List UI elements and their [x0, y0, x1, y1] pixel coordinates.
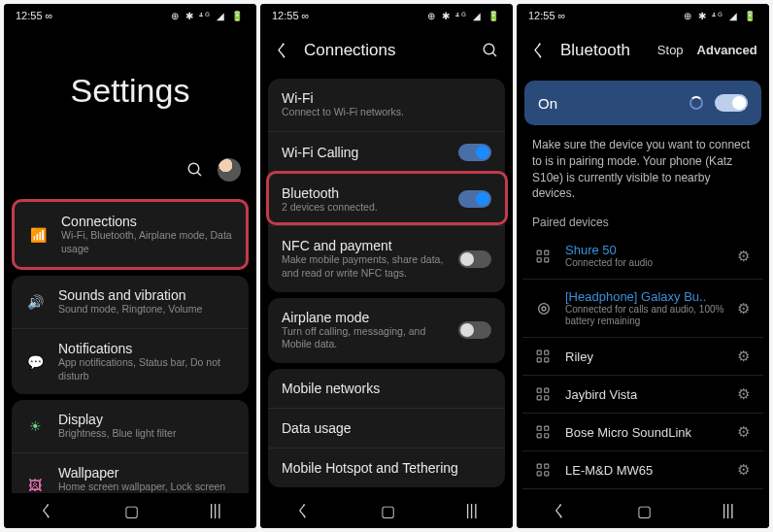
settings-card: 📶ConnectionsWi-Fi, Bluetooth, Airplane m…: [12, 199, 249, 270]
svg-rect-7: [545, 257, 549, 261]
row-title: Airplane mode: [282, 310, 445, 325]
device-row[interactable]: Jaybird Vista⚙: [522, 376, 763, 414]
settings-row-connections[interactable]: 📶ConnectionsWi-Fi, Bluetooth, Airplane m…: [15, 202, 246, 267]
settings-card: Wi-FiConnect to Wi-Fi networks.Wi-Fi Cal…: [268, 79, 505, 292]
svg-line-3: [492, 52, 496, 56]
svg-rect-4: [537, 250, 541, 254]
svg-point-0: [188, 163, 199, 174]
toggle-switch[interactable]: [458, 250, 491, 268]
device-row[interactable]: Shure 50Connected for audio⚙: [522, 233, 763, 280]
nav-home[interactable]: ▢: [124, 502, 139, 520]
toggle-switch[interactable]: [458, 144, 491, 161]
svg-rect-19: [545, 426, 549, 430]
connections-row-wi-fi-calling[interactable]: Wi-Fi Calling: [268, 131, 505, 173]
settings-row-sounds-and-vibration[interactable]: 🔊Sounds and vibrationSound mode, Rington…: [12, 276, 249, 328]
phone-connections: 12:55 ∞ ⊕ ✱ ⁴ᴳ ◢ 🔋 く Connections Wi-FiCo…: [260, 4, 513, 528]
settings-row-notifications[interactable]: 💬NotificationsApp notifications, Status …: [12, 328, 249, 394]
status-icons: ⊕ ✱ ⁴ᴳ ◢ 🔋: [427, 11, 501, 21]
device-row[interactable]: Bose Micro SoundLink⚙: [522, 414, 763, 451]
phone-bluetooth: 12:55 ∞ ⊕ ✱ ⁴ᴳ ◢ 🔋 く Bluetooth Stop Adva…: [517, 4, 769, 528]
gear-icon[interactable]: ⚙: [737, 300, 750, 317]
toggle-switch[interactable]: [715, 94, 748, 112]
row-title: Notifications: [58, 341, 235, 356]
toggle-switch[interactable]: [458, 190, 491, 208]
nav-recent[interactable]: |||: [722, 502, 733, 519]
device-status: Connected for calls and audio, 100% batt…: [565, 304, 725, 327]
on-label: On: [538, 95, 557, 112]
connections-row-wi-fi[interactable]: Wi-FiConnect to Wi-Fi networks.: [268, 79, 505, 131]
row-subtitle: Brightness, Blue light filter: [58, 427, 235, 441]
bluetooth-on-toggle[interactable]: On: [524, 81, 761, 125]
nav-back[interactable]: く: [552, 501, 567, 521]
row-icon: 💬: [25, 354, 45, 370]
nav-recent[interactable]: |||: [209, 502, 220, 519]
row-title: Mobile networks: [282, 381, 491, 396]
settings-card: 🔊Sounds and vibrationSound mode, Rington…: [12, 276, 249, 394]
settings-row-display[interactable]: ☀DisplayBrightness, Blue light filter: [12, 400, 249, 452]
advanced-button[interactable]: Advanced: [697, 43, 757, 57]
back-icon[interactable]: く: [530, 39, 547, 61]
status-icons: ⊕ ✱ ⁴ᴳ ◢ 🔋: [684, 11, 757, 21]
connections-row-nfc-and-payment[interactable]: NFC and paymentMake mobile payments, sha…: [268, 225, 505, 291]
svg-rect-11: [545, 350, 549, 354]
settings-row-wallpaper[interactable]: 🖼WallpaperHome screen wallpaper, Lock sc…: [12, 452, 249, 493]
status-extra: ∞: [558, 10, 566, 21]
connections-row-mobile-networks[interactable]: Mobile networks: [268, 369, 505, 408]
connections-row-bluetooth[interactable]: Bluetooth2 devices connected.: [268, 173, 505, 226]
row-title: Wi-Fi Calling: [282, 145, 445, 160]
connections-row-mobile-hotspot-and-tethering[interactable]: Mobile Hotspot and Tethering: [268, 448, 505, 487]
device-type-icon: [536, 387, 554, 401]
connections-row-airplane-mode[interactable]: Airplane modeTurn off calling, messaging…: [268, 298, 505, 363]
header-title: Bluetooth: [560, 41, 630, 60]
nav-home[interactable]: ▢: [381, 502, 395, 520]
gear-icon[interactable]: ⚙: [737, 348, 750, 365]
avatar[interactable]: [218, 158, 241, 182]
gear-icon[interactable]: ⚙: [737, 461, 750, 479]
svg-rect-21: [545, 434, 549, 438]
nav-home[interactable]: ▢: [637, 502, 652, 520]
device-name: Shure 50: [565, 243, 725, 257]
section-header: Paired devices: [517, 212, 769, 233]
nav-bar: く ▢ |||: [517, 493, 769, 528]
nav-back[interactable]: く: [39, 501, 54, 521]
device-name: [Headphone] Galaxy Bu..: [565, 289, 725, 304]
device-name: LE-M&D MW65: [565, 463, 725, 478]
device-row[interactable]: LE-M&D MW65⚙: [522, 451, 763, 489]
svg-rect-16: [537, 396, 541, 400]
svg-rect-5: [545, 250, 549, 254]
status-time: 12:55: [272, 10, 299, 21]
row-title: Data usage: [282, 420, 491, 436]
status-time: 12:55: [16, 10, 43, 21]
gear-icon[interactable]: ⚙: [737, 385, 750, 403]
status-extra: ∞: [302, 10, 310, 21]
row-title: Connections: [61, 214, 232, 229]
search-icon[interactable]: [482, 42, 499, 59]
nav-back[interactable]: く: [295, 501, 311, 521]
gear-icon[interactable]: ⚙: [737, 423, 750, 441]
device-name: Bose Micro SoundLink: [565, 425, 725, 440]
row-title: Sounds and vibration: [58, 287, 235, 303]
svg-rect-10: [537, 350, 541, 354]
device-row[interactable]: [Headphone] Galaxy Bu..Connected for cal…: [522, 280, 763, 338]
device-row[interactable]: Riley⚙: [522, 338, 763, 376]
nav-bar: く ▢ |||: [4, 493, 256, 528]
nav-recent[interactable]: |||: [465, 502, 477, 519]
device-name: Jaybird Vista: [565, 387, 725, 402]
status-bar: 12:55 ∞ ⊕ ✱ ⁴ᴳ ◢ 🔋: [4, 4, 256, 27]
connections-row-data-usage[interactable]: Data usage: [268, 408, 505, 448]
svg-point-2: [484, 44, 494, 54]
back-icon[interactable]: く: [274, 39, 290, 61]
header-title: Connections: [304, 41, 396, 60]
loading-spinner-icon: [689, 96, 703, 110]
search-icon[interactable]: [186, 161, 204, 179]
row-subtitle: Connect to Wi-Fi networks.: [282, 106, 491, 119]
toggle-switch[interactable]: [458, 321, 491, 339]
svg-rect-13: [545, 358, 549, 362]
gear-icon[interactable]: ⚙: [737, 248, 750, 265]
row-icon: 🔊: [25, 294, 45, 310]
stop-button[interactable]: Stop: [657, 43, 684, 57]
device-status: Connected for audio: [565, 257, 725, 269]
row-title: Wi-Fi: [282, 90, 491, 106]
row-title: Bluetooth: [282, 185, 445, 201]
status-bar: 12:55 ∞ ⊕ ✱ ⁴ᴳ ◢ 🔋: [517, 4, 769, 27]
